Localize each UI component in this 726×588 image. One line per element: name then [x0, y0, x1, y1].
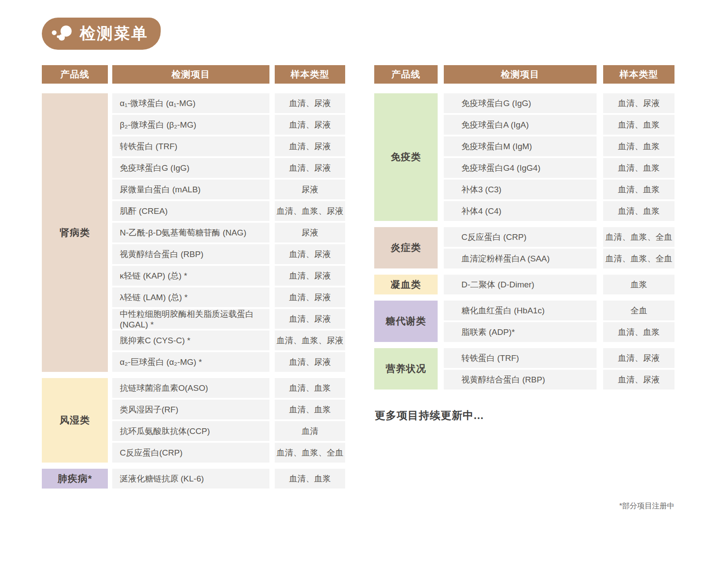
test-item-cell: 抗环瓜氨酸肽抗体(CCP): [112, 421, 269, 441]
test-item-cell: 脂联素 (ADP)*: [444, 322, 597, 342]
test-menu-page: { "page": { "badge": { "title": "检测菜单", …: [0, 0, 726, 588]
test-item-cell: 免疫球蛋白G (IgG): [444, 93, 597, 113]
sample-type-cell: 血清、血浆、全血: [603, 249, 674, 268]
test-item-cell: 中性粒细胞明胶酶相关脂质运载蛋白 (NGAL) *: [112, 309, 269, 329]
test-item-cell: 补体4 (C4): [444, 201, 597, 221]
test-menu-table-left: 产品线检测项目样本类型 肾病类α₁-微球蛋白 (α₁-MG)β₂-微球蛋白 (β…: [42, 65, 345, 495]
category-group: 炎症类C反应蛋白 (CRP)血清淀粉样蛋白A (SAA)血清、血浆、全血血清、血…: [374, 227, 674, 268]
test-item-cell: 转铁蛋白 (TRF): [444, 348, 597, 368]
sample-type-cell: 血浆: [603, 275, 674, 294]
table-header-row: 产品线检测项目样本类型: [42, 65, 345, 84]
column-header: 检测项目: [444, 65, 597, 84]
category-cell: 肺疾病*: [42, 469, 108, 489]
sample-types-column: 血浆: [603, 275, 674, 294]
column-header: 样本类型: [275, 65, 345, 84]
sample-type-cell: 血清、血浆、全血: [603, 227, 674, 247]
test-item-cell: 抗链球菌溶血素O(ASO): [112, 378, 269, 398]
category-cell: 营养状况: [374, 348, 438, 390]
sample-type-cell: 血清、尿液: [275, 352, 345, 372]
sample-type-cell: 血清、血浆: [603, 158, 674, 178]
page-title: 检测菜单: [80, 23, 148, 44]
sample-type-cell: 血清、血浆: [603, 136, 674, 156]
test-item-cell: 转铁蛋白 (TRF): [112, 136, 269, 156]
sample-type-cell: 血清、血浆、尿液: [275, 331, 345, 350]
test-item-cell: 血清淀粉样蛋白A (SAA): [444, 249, 597, 268]
test-item-cell: 视黄醇结合蛋白 (RBP): [444, 370, 597, 390]
test-item-cell: C反应蛋白 (CRP): [444, 227, 597, 247]
sample-types-column: 血清、血浆、全血血清、血浆、全血: [603, 227, 674, 268]
test-item-cell: 胱抑素C (CYS-C) *: [112, 331, 269, 350]
category-cell: 肾病类: [42, 93, 108, 372]
test-item-cell: 视黄醇结合蛋白 (RBP): [112, 244, 269, 264]
sample-type-cell: 血清、尿液: [603, 348, 674, 368]
sample-type-cell: 尿液: [275, 223, 345, 243]
column-header: 产品线: [374, 65, 438, 84]
category-cell: 炎症类: [374, 227, 438, 268]
sample-types-column: 血清、血浆: [275, 469, 345, 489]
category-cell: 凝血类: [374, 275, 438, 294]
test-menu-table-right: 产品线检测项目样本类型 免疫类免疫球蛋白G (IgG)免疫球蛋白A (IgA)免…: [374, 65, 674, 396]
category-group: 免疫类免疫球蛋白G (IgG)免疫球蛋白A (IgA)免疫球蛋白M (IgM)免…: [374, 93, 674, 221]
sample-type-cell: 血清、血浆: [275, 378, 345, 398]
test-item-cell: 涎液化糖链抗原 (KL-6): [112, 469, 269, 489]
sample-types-column: 血清、尿液血清、尿液血清、尿液血清、尿液尿液血清、血浆、尿液尿液血清、尿液血清、…: [275, 93, 345, 372]
test-item-cell: D-二聚体 (D-Dimer): [444, 275, 597, 294]
test-item-cell: N-乙酰-β-D氨基葡萄糖苷酶 (NAG): [112, 223, 269, 243]
test-items-column: 涎液化糖链抗原 (KL-6): [112, 469, 269, 489]
sample-type-cell: 全血: [603, 301, 674, 320]
category-group: 肾病类α₁-微球蛋白 (α₁-MG)β₂-微球蛋白 (β₂-MG)转铁蛋白 (T…: [42, 93, 345, 372]
test-item-cell: 类风湿因子(RF): [112, 400, 269, 419]
sample-type-cell: 血清: [275, 421, 345, 441]
registration-footnote: *部分项目注册中: [619, 501, 674, 511]
test-items-column: 糖化血红蛋白 (HbA1c)脂联素 (ADP)*: [444, 301, 597, 342]
section-title-badge: 检测菜单: [42, 18, 161, 50]
table-body: 肾病类α₁-微球蛋白 (α₁-MG)β₂-微球蛋白 (β₂-MG)转铁蛋白 (T…: [42, 93, 345, 489]
sample-type-cell: 血清、尿液: [275, 244, 345, 264]
category-group: 糖代谢类糖化血红蛋白 (HbA1c)脂联素 (ADP)*全血血清、血浆: [374, 301, 674, 342]
test-item-cell: α₁-微球蛋白 (α₁-MG): [112, 93, 269, 113]
test-item-cell: β₂-微球蛋白 (β₂-MG): [112, 115, 269, 135]
sample-type-cell: 尿液: [275, 180, 345, 199]
sample-type-cell: 血清、血浆: [603, 115, 674, 135]
sample-type-cell: 血清、尿液: [275, 266, 345, 286]
category-cell: 免疫类: [374, 93, 438, 221]
test-items-column: D-二聚体 (D-Dimer): [444, 275, 597, 294]
sample-type-cell: 血清、血浆: [603, 180, 674, 199]
table-header-row: 产品线检测项目样本类型: [374, 65, 674, 84]
test-items-column: α₁-微球蛋白 (α₁-MG)β₂-微球蛋白 (β₂-MG)转铁蛋白 (TRF)…: [112, 93, 269, 372]
sample-type-cell: 血清、尿液: [275, 309, 345, 329]
sample-type-cell: 血清、血浆: [275, 469, 345, 489]
category-group: 风湿类抗链球菌溶血素O(ASO)类风湿因子(RF)抗环瓜氨酸肽抗体(CCP)C反…: [42, 378, 345, 463]
category-cell: 风湿类: [42, 378, 108, 463]
table-body: 免疫类免疫球蛋白G (IgG)免疫球蛋白A (IgA)免疫球蛋白M (IgM)免…: [374, 93, 674, 390]
sample-type-cell: 血清、血浆: [275, 400, 345, 419]
test-items-column: 免疫球蛋白G (IgG)免疫球蛋白A (IgA)免疫球蛋白M (IgM)免疫球蛋…: [444, 93, 597, 221]
sample-type-cell: 血清、尿液: [275, 136, 345, 156]
sample-types-column: 全血血清、血浆: [603, 301, 674, 342]
more-items-note: 更多项目持续更新中...: [375, 408, 484, 423]
category-group: 凝血类D-二聚体 (D-Dimer)血浆: [374, 275, 674, 294]
test-item-cell: λ轻链 (LAM) (总) *: [112, 287, 269, 307]
column-header: 产品线: [42, 65, 108, 84]
sample-types-column: 血清、尿液血清、血浆血清、血浆血清、血浆血清、血浆血清、血浆: [603, 93, 674, 221]
sample-type-cell: 血清、尿液: [275, 287, 345, 307]
test-item-cell: 免疫球蛋白G4 (IgG4): [444, 158, 597, 178]
sample-type-cell: 血清、血浆、尿液: [275, 201, 345, 221]
category-cell: 糖代谢类: [374, 301, 438, 342]
test-item-cell: 免疫球蛋白A (IgA): [444, 115, 597, 135]
test-item-cell: 糖化血红蛋白 (HbA1c): [444, 301, 597, 320]
test-item-cell: κ轻链 (KAP) (总) *: [112, 266, 269, 286]
column-header: 样本类型: [603, 65, 674, 84]
test-item-cell: C反应蛋白(CRP): [112, 443, 269, 463]
column-header: 检测项目: [112, 65, 269, 84]
sample-type-cell: 血清、尿液: [275, 93, 345, 113]
test-items-column: 抗链球菌溶血素O(ASO)类风湿因子(RF)抗环瓜氨酸肽抗体(CCP)C反应蛋白…: [112, 378, 269, 463]
sample-type-cell: 血清、血浆、全血: [275, 443, 345, 463]
test-item-cell: 补体3 (C3): [444, 180, 597, 199]
sample-type-cell: 血清、血浆: [603, 201, 674, 221]
sample-types-column: 血清、尿液血清、尿液: [603, 348, 674, 390]
test-item-cell: α₂-巨球蛋白 (α₂-MG) *: [112, 352, 269, 372]
test-items-column: C反应蛋白 (CRP)血清淀粉样蛋白A (SAA): [444, 227, 597, 268]
category-group: 营养状况转铁蛋白 (TRF)视黄醇结合蛋白 (RBP)血清、尿液血清、尿液: [374, 348, 674, 390]
sample-type-cell: 血清、尿液: [275, 158, 345, 178]
